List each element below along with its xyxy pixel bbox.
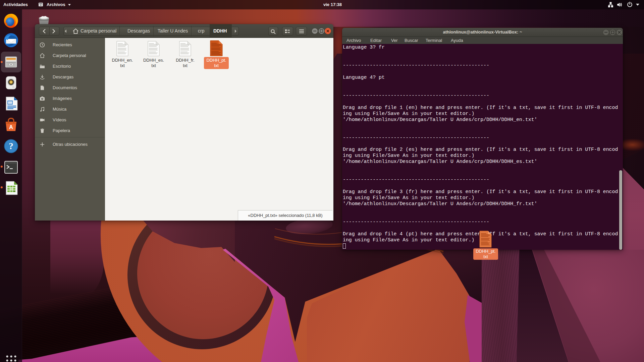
svg-text:?: ? bbox=[9, 141, 13, 151]
svg-text:A: A bbox=[9, 124, 13, 130]
